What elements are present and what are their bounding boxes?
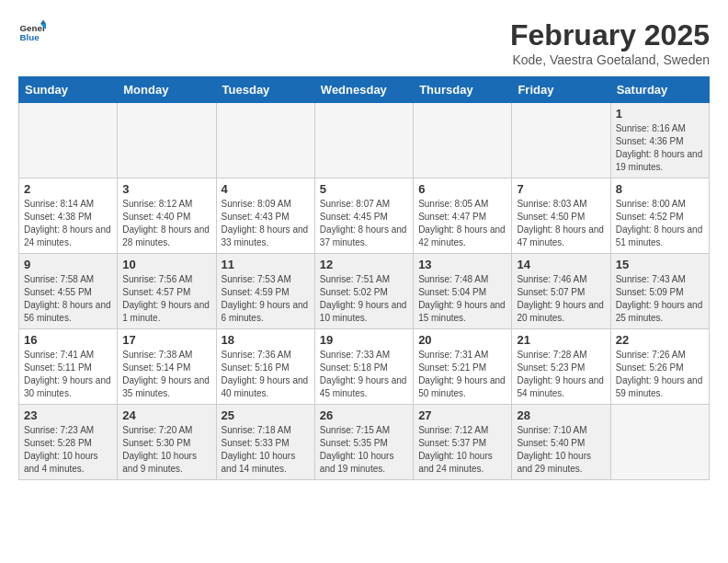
calendar-cell	[216, 103, 314, 178]
calendar-cell: 14Sunrise: 7:46 AM Sunset: 5:07 PM Dayli…	[512, 254, 610, 329]
day-number: 21	[517, 333, 605, 347]
logo-icon: General Blue	[18, 18, 46, 46]
day-number: 23	[24, 408, 112, 422]
day-info: Sunrise: 7:31 AM Sunset: 5:21 PM Dayligh…	[418, 349, 506, 400]
day-number: 25	[222, 408, 310, 422]
col-header-saturday: Saturday	[610, 77, 709, 103]
col-header-sunday: Sunday	[19, 77, 118, 103]
day-info: Sunrise: 7:48 AM Sunset: 5:04 PM Dayligh…	[418, 273, 506, 325]
day-info: Sunrise: 7:46 AM Sunset: 5:07 PM Dayligh…	[517, 273, 605, 325]
calendar-cell: 1Sunrise: 8:16 AM Sunset: 4:36 PM Daylig…	[610, 103, 709, 178]
calendar-cell: 25Sunrise: 7:18 AM Sunset: 5:33 PM Dayli…	[216, 405, 314, 480]
day-info: Sunrise: 7:10 AM Sunset: 5:40 PM Dayligh…	[517, 424, 605, 476]
calendar-cell: 21Sunrise: 7:28 AM Sunset: 5:23 PM Dayli…	[512, 329, 610, 405]
svg-marker-2	[40, 20, 46, 25]
day-info: Sunrise: 8:14 AM Sunset: 4:38 PM Dayligh…	[24, 198, 112, 249]
calendar-week-row: 2Sunrise: 8:14 AM Sunset: 4:38 PM Daylig…	[19, 178, 710, 254]
day-number: 5	[320, 182, 408, 196]
day-info: Sunrise: 7:56 AM Sunset: 4:57 PM Dayligh…	[122, 273, 210, 325]
calendar-week-row: 16Sunrise: 7:41 AM Sunset: 5:11 PM Dayli…	[19, 329, 710, 405]
calendar-cell	[414, 103, 512, 178]
day-info: Sunrise: 8:03 AM Sunset: 4:50 PM Dayligh…	[517, 198, 605, 249]
day-info: Sunrise: 8:12 AM Sunset: 4:40 PM Dayligh…	[122, 198, 210, 249]
calendar-cell: 20Sunrise: 7:31 AM Sunset: 5:21 PM Dayli…	[414, 329, 512, 405]
day-number: 8	[616, 182, 704, 196]
location-subtitle: Kode, Vaestra Goetaland, Sweden	[510, 52, 710, 67]
col-header-tuesday: Tuesday	[216, 77, 314, 103]
day-number: 9	[24, 258, 112, 271]
day-info: Sunrise: 7:36 AM Sunset: 5:16 PM Dayligh…	[222, 349, 310, 400]
day-info: Sunrise: 7:26 AM Sunset: 5:26 PM Dayligh…	[616, 349, 704, 400]
day-number: 19	[320, 333, 408, 347]
page-header: General Blue February 2025 Kode, Vaestra…	[18, 18, 710, 67]
day-number: 13	[418, 258, 506, 271]
day-info: Sunrise: 7:15 AM Sunset: 5:35 PM Dayligh…	[320, 424, 408, 476]
month-title: February 2025	[510, 18, 710, 52]
calendar-cell: 23Sunrise: 7:23 AM Sunset: 5:28 PM Dayli…	[19, 405, 118, 480]
day-number: 20	[418, 333, 506, 347]
col-header-thursday: Thursday	[414, 77, 512, 103]
day-number: 12	[320, 258, 408, 271]
calendar-cell: 8Sunrise: 8:00 AM Sunset: 4:52 PM Daylig…	[610, 178, 709, 254]
day-info: Sunrise: 7:53 AM Sunset: 4:59 PM Dayligh…	[222, 273, 310, 325]
calendar-week-row: 23Sunrise: 7:23 AM Sunset: 5:28 PM Dayli…	[19, 405, 710, 480]
day-number: 26	[320, 408, 408, 422]
day-info: Sunrise: 7:43 AM Sunset: 5:09 PM Dayligh…	[616, 273, 704, 325]
calendar-cell: 13Sunrise: 7:48 AM Sunset: 5:04 PM Dayli…	[414, 254, 512, 329]
day-number: 7	[517, 182, 605, 196]
day-number: 3	[122, 182, 210, 196]
day-info: Sunrise: 7:28 AM Sunset: 5:23 PM Dayligh…	[517, 349, 605, 400]
day-info: Sunrise: 7:38 AM Sunset: 5:14 PM Dayligh…	[122, 349, 210, 400]
calendar-cell: 3Sunrise: 8:12 AM Sunset: 4:40 PM Daylig…	[118, 178, 216, 254]
day-number: 27	[418, 408, 506, 422]
day-info: Sunrise: 7:12 AM Sunset: 5:37 PM Dayligh…	[418, 424, 506, 476]
logo: General Blue	[18, 18, 46, 46]
day-number: 11	[222, 258, 310, 271]
day-info: Sunrise: 7:33 AM Sunset: 5:18 PM Dayligh…	[320, 349, 408, 400]
calendar-cell: 22Sunrise: 7:26 AM Sunset: 5:26 PM Dayli…	[610, 329, 709, 405]
calendar-week-row: 1Sunrise: 8:16 AM Sunset: 4:36 PM Daylig…	[19, 103, 710, 178]
day-info: Sunrise: 8:07 AM Sunset: 4:45 PM Dayligh…	[320, 198, 408, 249]
calendar-cell	[314, 103, 413, 178]
calendar-cell	[118, 103, 216, 178]
day-info: Sunrise: 8:16 AM Sunset: 4:36 PM Dayligh…	[616, 122, 704, 174]
calendar-cell: 4Sunrise: 8:09 AM Sunset: 4:43 PM Daylig…	[216, 178, 314, 254]
day-info: Sunrise: 7:20 AM Sunset: 5:30 PM Dayligh…	[122, 424, 210, 476]
day-number: 2	[24, 182, 112, 196]
day-number: 18	[222, 333, 310, 347]
calendar-cell: 11Sunrise: 7:53 AM Sunset: 4:59 PM Dayli…	[216, 254, 314, 329]
calendar-cell: 24Sunrise: 7:20 AM Sunset: 5:30 PM Dayli…	[118, 405, 216, 480]
day-info: Sunrise: 8:05 AM Sunset: 4:47 PM Dayligh…	[418, 198, 506, 249]
calendar-cell	[19, 103, 118, 178]
day-number: 1	[616, 107, 704, 121]
calendar-cell: 15Sunrise: 7:43 AM Sunset: 5:09 PM Dayli…	[610, 254, 709, 329]
day-number: 6	[418, 182, 506, 196]
calendar-cell: 26Sunrise: 7:15 AM Sunset: 5:35 PM Dayli…	[314, 405, 413, 480]
day-info: Sunrise: 8:09 AM Sunset: 4:43 PM Dayligh…	[222, 198, 310, 249]
calendar-cell: 10Sunrise: 7:56 AM Sunset: 4:57 PM Dayli…	[118, 254, 216, 329]
day-info: Sunrise: 8:00 AM Sunset: 4:52 PM Dayligh…	[616, 198, 704, 249]
calendar-cell: 18Sunrise: 7:36 AM Sunset: 5:16 PM Dayli…	[216, 329, 314, 405]
col-header-friday: Friday	[512, 77, 610, 103]
calendar-cell: 27Sunrise: 7:12 AM Sunset: 5:37 PM Dayli…	[414, 405, 512, 480]
calendar-cell	[610, 405, 709, 480]
day-info: Sunrise: 7:51 AM Sunset: 5:02 PM Dayligh…	[320, 273, 408, 325]
day-info: Sunrise: 7:23 AM Sunset: 5:28 PM Dayligh…	[24, 424, 112, 476]
calendar-header-row: SundayMondayTuesdayWednesdayThursdayFrid…	[19, 77, 710, 103]
col-header-wednesday: Wednesday	[314, 77, 413, 103]
day-info: Sunrise: 7:41 AM Sunset: 5:11 PM Dayligh…	[24, 349, 112, 400]
day-number: 22	[616, 333, 704, 347]
calendar-week-row: 9Sunrise: 7:58 AM Sunset: 4:55 PM Daylig…	[19, 254, 710, 329]
calendar-cell: 6Sunrise: 8:05 AM Sunset: 4:47 PM Daylig…	[414, 178, 512, 254]
calendar-cell: 2Sunrise: 8:14 AM Sunset: 4:38 PM Daylig…	[19, 178, 118, 254]
day-info: Sunrise: 7:58 AM Sunset: 4:55 PM Dayligh…	[24, 273, 112, 325]
calendar-cell: 19Sunrise: 7:33 AM Sunset: 5:18 PM Dayli…	[314, 329, 413, 405]
day-number: 28	[517, 408, 605, 422]
day-number: 15	[616, 258, 704, 271]
day-info: Sunrise: 7:18 AM Sunset: 5:33 PM Dayligh…	[222, 424, 310, 476]
day-number: 17	[122, 333, 210, 347]
svg-text:Blue: Blue	[20, 32, 40, 42]
calendar-cell: 28Sunrise: 7:10 AM Sunset: 5:40 PM Dayli…	[512, 405, 610, 480]
calendar-cell: 16Sunrise: 7:41 AM Sunset: 5:11 PM Dayli…	[19, 329, 118, 405]
day-number: 10	[122, 258, 210, 271]
